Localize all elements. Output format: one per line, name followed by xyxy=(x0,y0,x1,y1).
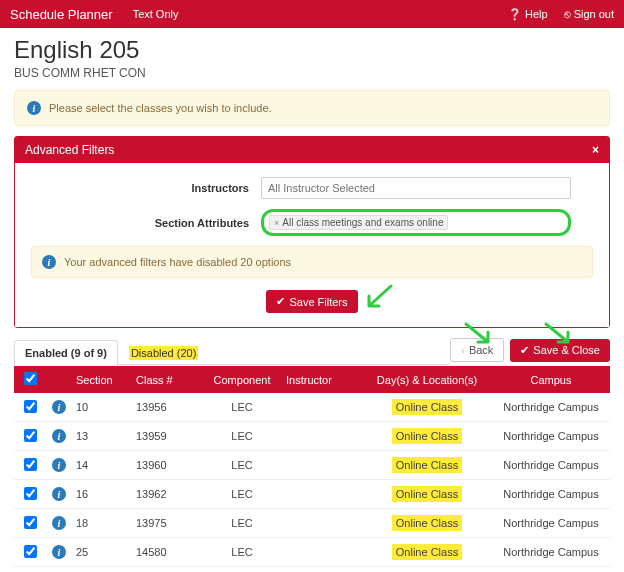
info-icon: i xyxy=(42,255,56,269)
help-icon: ❔ xyxy=(508,8,522,21)
annotation-arrow xyxy=(363,284,393,312)
table-row: i3314587LECOnline ClassNorthridge Campus xyxy=(14,567,610,573)
col-section: Section xyxy=(72,366,132,393)
cell-component: LEC xyxy=(202,480,282,509)
cell-classnum: 14580 xyxy=(132,538,202,567)
table-header-row: Section Class # Component Instructor Day… xyxy=(14,366,610,393)
cell-component: LEC xyxy=(202,509,282,538)
cell-days: Online Class xyxy=(362,567,492,573)
signout-icon: ⎋ xyxy=(564,8,571,20)
cell-campus: Northridge Campus xyxy=(492,538,610,567)
table-row: i1413960LECOnline ClassNorthridge Campus xyxy=(14,451,610,480)
info-icon[interactable]: i xyxy=(52,400,66,414)
cell-instructor xyxy=(282,538,362,567)
attributes-row: Section Attributes × All class meetings … xyxy=(31,209,593,236)
table-row: i1013956LECOnline ClassNorthridge Campus xyxy=(14,393,610,422)
attribute-tag[interactable]: × All class meetings and exams online xyxy=(269,215,448,230)
info-icon[interactable]: i xyxy=(52,429,66,443)
cell-section: 18 xyxy=(72,509,132,538)
col-component: Component xyxy=(202,366,282,393)
cell-campus: Northridge Campus xyxy=(492,567,610,573)
cell-classnum: 13956 xyxy=(132,393,202,422)
instructors-label: Instructors xyxy=(31,182,261,194)
cell-campus: Northridge Campus xyxy=(492,393,610,422)
cell-classnum: 13960 xyxy=(132,451,202,480)
cell-days: Online Class xyxy=(362,451,492,480)
cell-section: 14 xyxy=(72,451,132,480)
instructors-row: Instructors xyxy=(31,177,593,199)
table-row: i1613962LECOnline ClassNorthridge Campus xyxy=(14,480,610,509)
cell-component: LEC xyxy=(202,567,282,573)
cell-instructor xyxy=(282,393,362,422)
panel-title: Advanced Filters xyxy=(25,143,114,157)
panel-header: Advanced Filters × xyxy=(15,137,609,163)
info-icon[interactable]: i xyxy=(52,545,66,559)
chevron-left-icon: ‹ xyxy=(461,344,465,356)
cell-component: LEC xyxy=(202,538,282,567)
save-filters-button[interactable]: ✔ Save Filters xyxy=(266,290,357,313)
info-icon: i xyxy=(27,101,41,115)
attributes-label: Section Attributes xyxy=(31,217,261,229)
attributes-input[interactable]: × All class meetings and exams online xyxy=(261,209,571,236)
col-instructor: Instructor xyxy=(282,366,362,393)
cell-days: Online Class xyxy=(362,393,492,422)
row-checkbox[interactable] xyxy=(24,516,37,529)
info-icon[interactable]: i xyxy=(52,487,66,501)
info-icon[interactable]: i xyxy=(52,458,66,472)
cell-instructor xyxy=(282,480,362,509)
cell-classnum: 14587 xyxy=(132,567,202,573)
cell-campus: Northridge Campus xyxy=(492,480,610,509)
back-button-top[interactable]: ‹Back xyxy=(450,338,504,362)
filter-disabled-alert: i Your advanced filters have disabled 20… xyxy=(31,246,593,278)
cell-section: 16 xyxy=(72,480,132,509)
sections-table: Section Class # Component Instructor Day… xyxy=(14,366,610,572)
cell-classnum: 13959 xyxy=(132,422,202,451)
cell-days: Online Class xyxy=(362,480,492,509)
cell-instructor xyxy=(282,422,362,451)
topbar: Schedule Planner Text Only ❔Help ⎋Sign o… xyxy=(0,0,624,28)
page-title: English 205 xyxy=(14,36,610,64)
select-all-checkbox[interactable] xyxy=(24,372,37,385)
table-row: i2514580LECOnline ClassNorthridge Campus xyxy=(14,538,610,567)
cell-section: 10 xyxy=(72,393,132,422)
cell-campus: Northridge Campus xyxy=(492,509,610,538)
table-row: i1313959LECOnline ClassNorthridge Campus xyxy=(14,422,610,451)
check-icon: ✔ xyxy=(520,344,529,357)
row-checkbox[interactable] xyxy=(24,400,37,413)
instructors-input[interactable] xyxy=(261,177,571,199)
cell-instructor xyxy=(282,509,362,538)
table-row: i1813975LECOnline ClassNorthridge Campus xyxy=(14,509,610,538)
text-only-link[interactable]: Text Only xyxy=(133,8,179,20)
cell-section: 13 xyxy=(72,422,132,451)
row-checkbox[interactable] xyxy=(24,545,37,558)
cell-days: Online Class xyxy=(362,422,492,451)
cell-days: Online Class xyxy=(362,509,492,538)
cell-instructor xyxy=(282,451,362,480)
col-days: Day(s) & Location(s) xyxy=(362,366,492,393)
info-icon[interactable]: i xyxy=(52,516,66,530)
col-classnum: Class # xyxy=(132,366,202,393)
page-subtitle: BUS COMM RHET CON xyxy=(14,66,610,80)
tab-enabled[interactable]: Enabled (9 of 9) xyxy=(14,340,118,365)
cell-campus: Northridge Campus xyxy=(492,422,610,451)
tab-disabled[interactable]: Disabled (20) xyxy=(118,340,209,365)
brand: Schedule Planner xyxy=(10,7,113,22)
row-checkbox[interactable] xyxy=(24,458,37,471)
save-close-button-top[interactable]: ✔Save & Close xyxy=(510,339,610,362)
col-campus: Campus xyxy=(492,366,610,393)
help-link[interactable]: ❔Help xyxy=(508,8,548,21)
tabs-row: Enabled (9 of 9) Disabled (20) ‹Back ✔Sa… xyxy=(14,338,610,366)
cell-classnum: 13975 xyxy=(132,509,202,538)
cell-campus: Northridge Campus xyxy=(492,451,610,480)
cell-component: LEC xyxy=(202,422,282,451)
cell-component: LEC xyxy=(202,393,282,422)
tag-remove-icon[interactable]: × xyxy=(274,218,279,228)
row-checkbox[interactable] xyxy=(24,487,37,500)
check-icon: ✔ xyxy=(276,295,285,308)
select-alert: i Please select the classes you wish to … xyxy=(14,90,610,126)
cell-section: 33 xyxy=(72,567,132,573)
row-checkbox[interactable] xyxy=(24,429,37,442)
cell-classnum: 13962 xyxy=(132,480,202,509)
signout-link[interactable]: ⎋Sign out xyxy=(564,8,614,21)
close-icon[interactable]: × xyxy=(592,143,599,157)
